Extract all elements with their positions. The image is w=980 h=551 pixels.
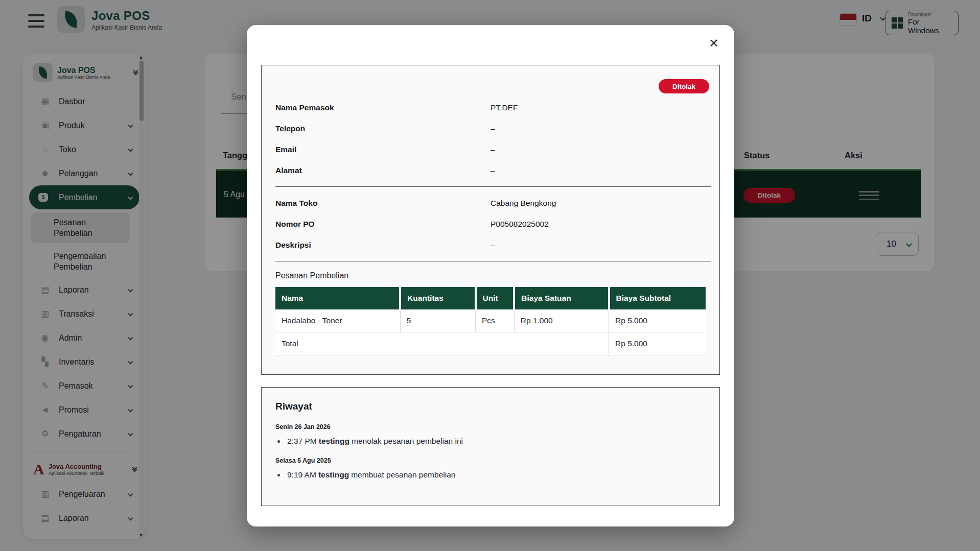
field-value: P005082025002	[491, 220, 549, 229]
history-entry: 9:19 AM testingg membuat pesanan pembeli…	[275, 470, 706, 480]
close-icon[interactable]: ✕	[707, 36, 721, 51]
history-box: Riwayat Senin 26 Jan 2026 2:37 PM testin…	[261, 387, 720, 506]
bullet-icon	[277, 474, 280, 476]
total-label: Total	[275, 332, 609, 355]
field-label: Deskripsi	[275, 241, 491, 250]
field-label: Nama Pemasok	[275, 103, 491, 112]
section-divider	[275, 186, 711, 187]
table-header-unit: Unit	[476, 287, 515, 309]
order-items-title: Pesanan Pembelian	[262, 267, 719, 280]
field-label: Nomor PO	[275, 220, 491, 229]
item-unit-cost: Rp 1.000	[514, 309, 609, 332]
item-name: Hadalabo - Toner	[275, 309, 400, 332]
detail-row: Email –	[262, 139, 719, 160]
field-value: –	[491, 166, 495, 175]
field-value: PT.DEF	[491, 103, 518, 112]
detail-row: Telepon –	[262, 118, 719, 139]
section-divider	[275, 261, 711, 261]
item-unit: Pcs	[476, 309, 515, 332]
purchase-order-detail-modal: ✕ Ditolak Nama Pemasok PT.DEF Telepon – …	[247, 25, 734, 526]
field-value: Cabang Bengkong	[491, 199, 556, 208]
order-items-table: Nama Kuantitas Unit Biaya Satuan Biaya S…	[275, 287, 706, 355]
detail-row: Alamat –	[262, 160, 719, 181]
history-date: Selasa 5 Agu 2025	[275, 457, 706, 464]
field-value: –	[491, 145, 495, 154]
detail-row: Nomor PO P005082025002	[262, 213, 719, 234]
table-header-biaya-satuan: Biaya Satuan	[514, 287, 609, 309]
history-time: 9:19 AM	[287, 470, 316, 480]
detail-row: Nama Toko Cabang Bengkong	[262, 193, 719, 213]
table-header-nama: Nama	[275, 287, 400, 309]
history-action: membuat pesanan pembelian	[351, 470, 455, 480]
item-qty: 5	[400, 309, 475, 332]
detail-row: Deskripsi –	[262, 234, 719, 255]
history-date: Senin 26 Jan 2026	[275, 423, 706, 430]
detail-row: Nama Pemasok PT.DEF	[262, 97, 719, 118]
field-label: Telepon	[275, 124, 491, 133]
status-badge: Ditolak	[659, 79, 709, 93]
history-user: testingg	[318, 470, 349, 480]
field-label: Nama Toko	[275, 199, 491, 208]
total-value: Rp 5.000	[609, 332, 706, 355]
order-detail-box: Ditolak Nama Pemasok PT.DEF Telepon – Em…	[261, 65, 720, 375]
table-row: Hadalabo - Toner 5 Pcs Rp 1.000 Rp 5.000	[275, 309, 706, 332]
field-value: –	[491, 124, 495, 133]
history-entry: 2:37 PM testingg menolak pesanan pembeli…	[275, 437, 706, 446]
history-user: testingg	[319, 437, 349, 446]
item-subtotal: Rp 5.000	[609, 309, 706, 332]
field-label: Email	[275, 145, 491, 154]
bullet-icon	[277, 440, 280, 443]
table-header-kuantitas: Kuantitas	[400, 287, 475, 309]
field-label: Alamat	[275, 166, 491, 175]
history-action: menolak pesanan pembelian ini	[352, 437, 463, 446]
table-total-row: Total Rp 5.000	[275, 332, 706, 355]
history-time: 2:37 PM	[287, 437, 317, 446]
table-header-biaya-subtotal: Biaya Subtotal	[609, 287, 706, 309]
history-title: Riwayat	[275, 388, 706, 412]
field-value: –	[491, 241, 495, 250]
